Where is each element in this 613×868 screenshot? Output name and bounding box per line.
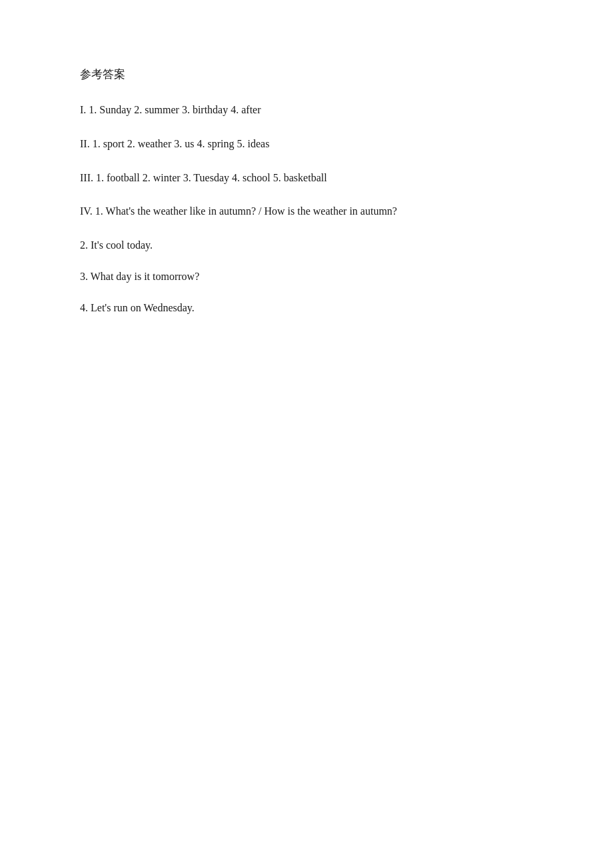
answer-section-III: III. 1. football 2. winter 3. Tuesday 4.… [80, 169, 533, 188]
page-container: 参考答案 I. 1. Sunday 2. summer 3. birthday … [0, 0, 613, 397]
answer-section-II: II. 1. sport 2. weather 3. us 4. spring … [80, 135, 533, 154]
answer-section-IV-3: 3. What day is it tomorrow? [80, 267, 533, 287]
answer-section-IV-4: 4. Let's run on Wednesday. [80, 299, 533, 318]
page-title: 参考答案 [80, 67, 533, 82]
answer-section-IV-2: 2. It's cool today. [80, 236, 533, 255]
answer-section-IV-1: IV. 1. What's the weather like in autumn… [80, 202, 533, 221]
answer-section-I: I. 1. Sunday 2. summer 3. birthday 4. af… [80, 101, 533, 120]
